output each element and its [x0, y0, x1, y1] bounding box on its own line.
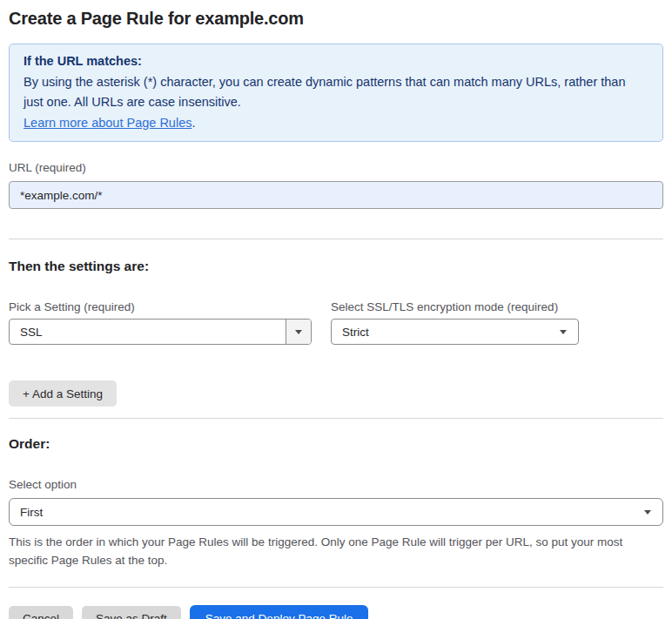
learn-more-link[interactable]: Learn more about Page Rules — [24, 116, 192, 130]
save-deploy-button[interactable]: Save and Deploy Page Rule — [190, 605, 369, 619]
create-page-rule-form: Create a Page Rule for example.com If th… — [0, 0, 672, 619]
order-section-heading: Order: — [9, 436, 663, 452]
page-title: Create a Page Rule for example.com — [9, 7, 663, 30]
setting-select-label: Pick a Setting (required) — [9, 300, 312, 313]
info-box-heading: If the URL matches: — [24, 51, 648, 72]
setting-select-arrow-segment — [286, 320, 311, 344]
url-field-label: URL (required) — [9, 161, 663, 174]
divider-actions — [9, 587, 663, 588]
chevron-down-icon — [644, 510, 651, 515]
ssl-mode-select-value: Strict — [332, 326, 560, 339]
link-period-text: . — [192, 116, 195, 130]
ssl-mode-select-label: Select SSL/TLS encryption mode (required… — [331, 300, 579, 313]
info-box-body: By using the asterisk (*) character, you… — [24, 72, 648, 113]
settings-select-row: Pick a Setting (required) SSL Select SSL… — [9, 300, 663, 345]
divider-order — [9, 418, 663, 419]
info-box-link-line: Learn more about Page Rules. — [24, 113, 648, 134]
order-select[interactable]: First — [9, 498, 663, 526]
ssl-mode-select-column: Select SSL/TLS encryption mode (required… — [331, 300, 579, 345]
form-actions: Cancel Save as Draft Save and Deploy Pag… — [9, 605, 663, 619]
chevron-down-icon — [560, 330, 567, 334]
order-select-label: Select option — [9, 478, 663, 491]
setting-select-column: Pick a Setting (required) SSL — [9, 300, 312, 345]
url-match-info-box: If the URL matches: By using the asteris… — [9, 44, 663, 142]
url-input[interactable] — [9, 181, 663, 209]
chevron-down-icon — [295, 330, 302, 334]
setting-select[interactable]: SSL — [9, 319, 312, 345]
cancel-button[interactable]: Cancel — [9, 606, 73, 619]
divider-settings — [9, 239, 663, 239]
setting-select-value: SSL — [10, 326, 286, 339]
ssl-mode-select[interactable]: Strict — [331, 319, 579, 345]
order-select-value: First — [10, 506, 644, 519]
order-help-text: This is the order in which your Page Rul… — [9, 533, 663, 569]
save-draft-button[interactable]: Save as Draft — [82, 606, 181, 619]
settings-section-heading: Then the settings are: — [9, 259, 663, 274]
add-setting-button[interactable]: + Add a Setting — [9, 380, 117, 407]
